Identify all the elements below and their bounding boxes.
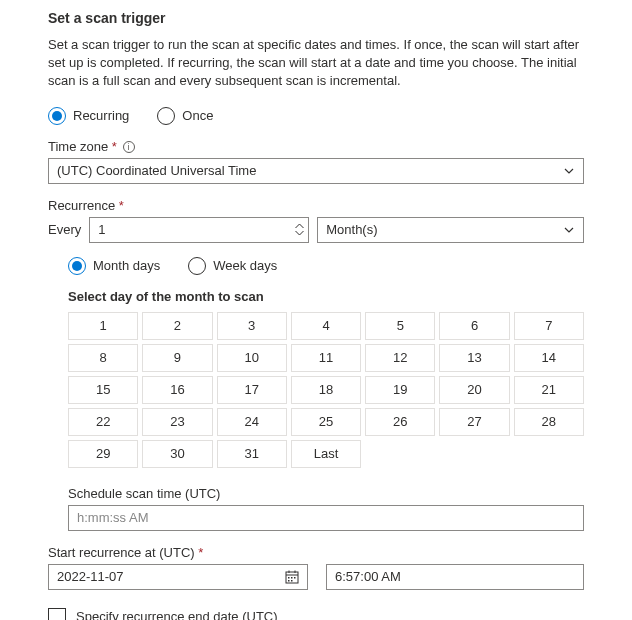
day-cell[interactable]: 30 <box>142 440 212 468</box>
week-days-label: Week days <box>213 258 277 273</box>
svg-rect-5 <box>291 577 293 579</box>
day-cell[interactable]: 18 <box>291 376 361 404</box>
day-cell[interactable]: 5 <box>365 312 435 340</box>
start-date-value: 2022-11-07 <box>57 569 124 584</box>
every-label: Every <box>48 222 81 237</box>
day-cell[interactable]: 3 <box>217 312 287 340</box>
day-cell[interactable]: 14 <box>514 344 584 372</box>
once-radio[interactable]: Once <box>157 107 213 125</box>
radio-icon <box>68 257 86 275</box>
end-date-checkbox[interactable] <box>48 608 66 620</box>
day-picker-title: Select day of the month to scan <box>68 289 584 304</box>
day-cell[interactable]: 1 <box>68 312 138 340</box>
day-cell[interactable]: 16 <box>142 376 212 404</box>
start-time-input[interactable]: 6:57:00 AM <box>326 564 584 590</box>
timezone-value: (UTC) Coordinated Universal Time <box>57 163 256 178</box>
chevron-down-icon <box>563 224 575 236</box>
day-type-radiogroup: Month days Week days <box>68 257 584 275</box>
day-cell[interactable]: 29 <box>68 440 138 468</box>
radio-icon <box>188 257 206 275</box>
day-cell[interactable]: 27 <box>439 408 509 436</box>
trigger-type-radiogroup: Recurring Once <box>48 107 584 125</box>
once-radio-label: Once <box>182 108 213 123</box>
day-cell[interactable]: 7 <box>514 312 584 340</box>
month-days-label: Month days <box>93 258 160 273</box>
recurring-radio-label: Recurring <box>73 108 129 123</box>
info-icon[interactable]: i <box>123 141 135 153</box>
start-date-input[interactable]: 2022-11-07 <box>48 564 308 590</box>
schedule-time-input[interactable]: h:mm:ss AM <box>68 505 584 531</box>
day-cell[interactable]: 26 <box>365 408 435 436</box>
svg-rect-8 <box>291 580 293 582</box>
day-cell[interactable]: 15 <box>68 376 138 404</box>
day-cell[interactable]: 12 <box>365 344 435 372</box>
page-description: Set a scan trigger to run the scan at sp… <box>48 36 584 91</box>
recurrence-interval-value: 1 <box>98 222 105 237</box>
day-grid: 1234567891011121314151617181920212223242… <box>68 312 584 468</box>
svg-rect-6 <box>294 577 296 579</box>
day-cell[interactable]: 25 <box>291 408 361 436</box>
radio-icon <box>157 107 175 125</box>
day-cell[interactable]: 23 <box>142 408 212 436</box>
start-time-value: 6:57:00 AM <box>335 569 401 584</box>
recurrence-unit-select[interactable]: Month(s) <box>317 217 584 243</box>
recurring-radio[interactable]: Recurring <box>48 107 129 125</box>
day-cell[interactable]: 19 <box>365 376 435 404</box>
end-date-checkbox-label: Specify recurrence end date (UTC) <box>76 609 278 620</box>
week-days-radio[interactable]: Week days <box>188 257 277 275</box>
day-cell[interactable]: 8 <box>68 344 138 372</box>
start-recurrence-label: Start recurrence at (UTC) * <box>48 545 584 560</box>
svg-rect-7 <box>288 580 290 582</box>
month-days-radio[interactable]: Month days <box>68 257 160 275</box>
recurrence-interval-input[interactable]: 1 <box>89 217 309 243</box>
chevron-down-icon <box>563 165 575 177</box>
day-cell[interactable]: 21 <box>514 376 584 404</box>
day-cell[interactable]: 24 <box>217 408 287 436</box>
day-cell[interactable]: 9 <box>142 344 212 372</box>
day-cell[interactable]: 20 <box>439 376 509 404</box>
schedule-time-label: Schedule scan time (UTC) <box>68 486 584 501</box>
day-cell[interactable]: 10 <box>217 344 287 372</box>
page-title: Set a scan trigger <box>48 10 584 26</box>
schedule-time-placeholder: h:mm:ss AM <box>77 510 149 525</box>
day-cell[interactable]: 17 <box>217 376 287 404</box>
day-cell[interactable]: 6 <box>439 312 509 340</box>
radio-icon <box>48 107 66 125</box>
day-cell[interactable]: 22 <box>68 408 138 436</box>
day-cell[interactable]: 31 <box>217 440 287 468</box>
timezone-select[interactable]: (UTC) Coordinated Universal Time <box>48 158 584 184</box>
timezone-label: Time zone * i <box>48 139 584 154</box>
day-cell[interactable]: Last <box>291 440 361 468</box>
recurrence-label: Recurrence * <box>48 198 584 213</box>
svg-rect-4 <box>288 577 290 579</box>
day-cell[interactable]: 2 <box>142 312 212 340</box>
quantity-stepper[interactable] <box>295 223 304 236</box>
day-cell[interactable]: 13 <box>439 344 509 372</box>
recurrence-unit-value: Month(s) <box>326 222 377 237</box>
day-cell[interactable]: 4 <box>291 312 361 340</box>
calendar-icon <box>285 570 299 584</box>
day-cell[interactable]: 28 <box>514 408 584 436</box>
day-cell[interactable]: 11 <box>291 344 361 372</box>
